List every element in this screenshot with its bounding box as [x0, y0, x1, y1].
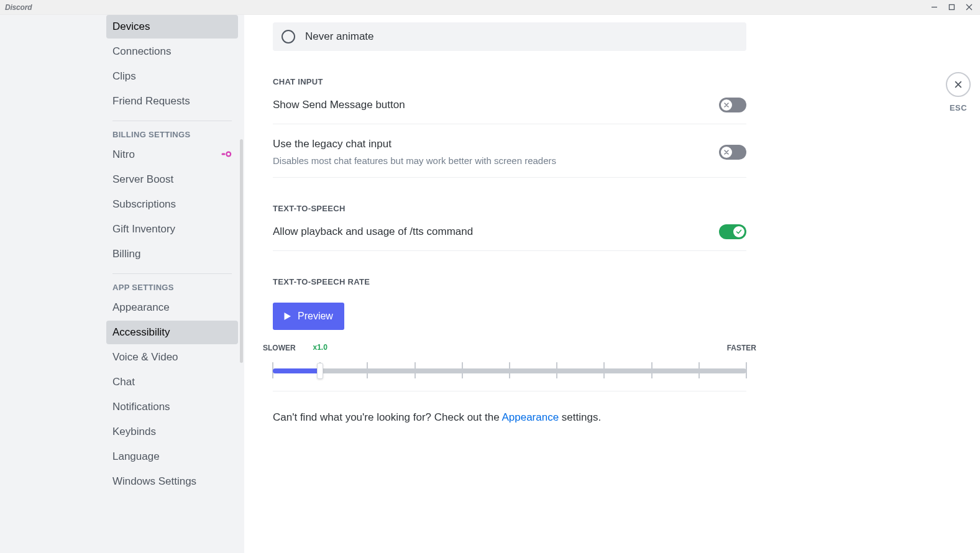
sidebar-item-label: Friend Requests — [112, 95, 190, 107]
sidebar-item-keybinds[interactable]: Keybinds — [106, 420, 238, 444]
window-close-button[interactable] — [960, 1, 978, 14]
setting-tts-allow: Allow playback and usage of /tts command — [273, 223, 746, 251]
toggle-knob — [721, 99, 732, 111]
sidebar-item-server-boost[interactable]: Server Boost — [106, 168, 238, 191]
toggle-knob — [721, 147, 732, 158]
tts-rate-slider: SLOWER FASTER x1.0 — [273, 344, 746, 391]
sidebar-item-label: Language — [112, 450, 160, 463]
slider-tick — [651, 362, 653, 378]
sidebar-item-language[interactable]: Language — [106, 445, 238, 468]
sidebar-item-label: Nitro — [112, 149, 135, 161]
slider-thumb[interactable] — [317, 363, 323, 379]
slider-tick — [698, 362, 700, 378]
preview-button[interactable]: Preview — [273, 303, 344, 330]
footnote-text: Can't find what you're looking for? Chec… — [273, 411, 501, 423]
svg-rect-0 — [949, 5, 954, 10]
sidebar-item-label: Windows Settings — [112, 475, 196, 488]
slider-tick — [556, 362, 557, 378]
section-heading-tts-rate: TEXT-TO-SPEECH RATE — [273, 277, 746, 286]
sidebar-item-label: Connections — [112, 45, 172, 58]
sidebar-item-devices[interactable]: Devices — [106, 15, 238, 39]
sidebar-item-label: Gift Inventory — [112, 223, 175, 235]
sidebar-item-label: Voice & Video — [112, 351, 178, 363]
slider-value-label: x1.0 — [313, 343, 327, 352]
toggle-tts-allow[interactable] — [719, 224, 746, 239]
sidebar-item-clips[interactable]: Clips — [106, 65, 238, 88]
sidebar-item-label: Chat — [112, 376, 135, 388]
close-column: ESC — [936, 15, 980, 553]
toggle-knob — [733, 226, 744, 237]
minimize-button[interactable] — [925, 1, 943, 14]
sidebar-divider — [112, 273, 232, 274]
close-label: ESC — [950, 103, 967, 112]
section-heading-tts: TEXT-TO-SPEECH — [273, 204, 746, 213]
window-controls — [925, 1, 978, 14]
sidebar-item-subscriptions[interactable]: Subscriptions — [106, 193, 238, 216]
sidebar-item-gift-inventory[interactable]: Gift Inventory — [106, 217, 238, 241]
sidebar-item-label: Keybinds — [112, 426, 156, 438]
close-icon — [953, 80, 963, 89]
footnote: Can't find what you're looking for? Chec… — [273, 411, 746, 424]
play-icon — [282, 311, 293, 322]
appearance-link[interactable]: Appearance — [501, 411, 559, 423]
slider-tick — [603, 362, 605, 378]
sidebar-item-label: Notifications — [112, 401, 170, 413]
setting-show-send-button: Show Send Message button — [273, 96, 746, 124]
nitro-icon — [221, 149, 232, 161]
sidebar-item-notifications[interactable]: Notifications — [106, 395, 238, 419]
close-settings-button[interactable] — [946, 72, 971, 97]
footnote-text: settings. — [559, 411, 601, 423]
sidebar-item-windows-settings[interactable]: Windows Settings — [106, 470, 238, 493]
sidebar-item-accessibility[interactable]: Accessibility — [106, 321, 238, 344]
sidebar-item-label: Server Boost — [112, 173, 173, 186]
preview-button-label: Preview — [298, 311, 333, 322]
setting-label: Allow playback and usage of /tts command — [273, 226, 473, 238]
slider-label-slower: SLOWER — [263, 344, 296, 352]
sidebar-heading-billing: BILLING SETTINGS — [106, 130, 238, 139]
toggle-show-send-button[interactable] — [719, 98, 746, 112]
sidebar-item-label: Billing — [112, 248, 140, 260]
radio-icon — [282, 30, 295, 43]
sidebar-item-chat[interactable]: Chat — [106, 370, 238, 394]
scrollbar-thumb[interactable] — [240, 139, 243, 363]
settings-sidebar-scroll[interactable]: DevicesConnectionsClipsFriend Requests B… — [96, 15, 244, 553]
sidebar-item-appearance[interactable]: Appearance — [106, 296, 238, 319]
app-body: DevicesConnectionsClipsFriend Requests B… — [0, 15, 980, 553]
slider-label-faster: FASTER — [727, 344, 756, 352]
sidebar-item-label: Appearance — [112, 301, 170, 314]
setting-label: Use the legacy chat input — [273, 138, 556, 150]
slider-tick — [414, 362, 416, 378]
radio-label: Never animate — [305, 30, 374, 43]
setting-label: Show Send Message button — [273, 99, 405, 111]
slider-tick — [746, 362, 747, 378]
sidebar-item-label: Devices — [112, 21, 150, 33]
section-heading-chat-input: CHAT INPUT — [273, 77, 746, 86]
sidebar-item-label: Accessibility — [112, 326, 170, 339]
svg-point-2 — [227, 153, 231, 156]
sidebar-divider — [112, 121, 232, 121]
sidebar-item-billing[interactable]: Billing — [106, 242, 238, 266]
sidebar-item-friend-requests[interactable]: Friend Requests — [106, 89, 238, 113]
setting-description: Disables most chat features but may work… — [273, 155, 556, 166]
sidebar-heading-app: APP SETTINGS — [106, 283, 238, 292]
sidebar-item-label: Clips — [112, 70, 136, 83]
titlebar: Discord — [0, 0, 980, 15]
radio-never-animate[interactable]: Never animate — [273, 22, 746, 51]
svg-rect-3 — [222, 153, 226, 155]
sidebar-item-label: Subscriptions — [112, 198, 176, 211]
sidebar-item-nitro[interactable]: Nitro — [106, 143, 238, 167]
maximize-button[interactable] — [943, 1, 960, 14]
settings-content[interactable]: Never animate CHAT INPUT Show Send Messa… — [244, 15, 936, 553]
settings-sidebar: DevicesConnectionsClipsFriend Requests B… — [0, 15, 244, 553]
slider-tick — [367, 362, 368, 378]
sidebar-item-connections[interactable]: Connections — [106, 40, 238, 63]
app-title: Discord — [5, 3, 32, 12]
slider-track[interactable] — [273, 368, 746, 373]
sidebar-item-voice-video[interactable]: Voice & Video — [106, 345, 238, 369]
slider-tick — [462, 362, 463, 378]
slider-tick — [509, 362, 510, 378]
toggle-legacy-chat-input[interactable] — [719, 145, 746, 160]
slider-fill — [273, 368, 320, 373]
setting-legacy-chat-input: Use the legacy chat input Disables most … — [273, 137, 746, 178]
